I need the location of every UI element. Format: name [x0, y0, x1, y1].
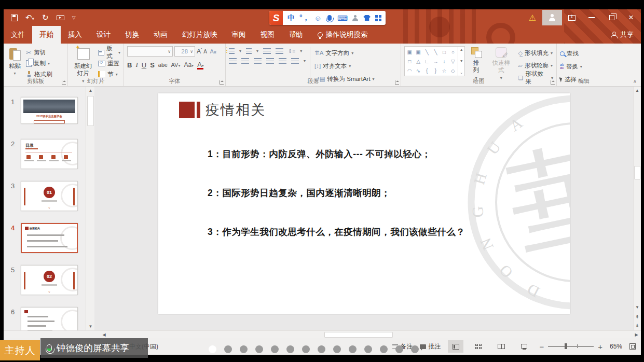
decrease-indent-icon[interactable] [263, 48, 271, 54]
tell-me-search[interactable]: 操作说明搜索 [310, 26, 375, 44]
start-slideshow-icon[interactable] [57, 15, 64, 20]
tab-transitions[interactable]: 切换 [118, 26, 146, 44]
ime-voice-icon[interactable] [327, 15, 332, 21]
slide-point-2[interactable]: 2：国际形势日趋复杂，国内逐渐清晰明朗； [208, 187, 390, 199]
scroll-down-icon[interactable]: ▼ [634, 303, 641, 311]
ime-skin-icon[interactable] [363, 15, 371, 21]
close-button[interactable]: × [621, 9, 641, 26]
thumb-scroll-thumb[interactable] [87, 96, 94, 126]
page-dot[interactable] [333, 345, 341, 353]
page-dot[interactable] [318, 345, 325, 353]
shape-fill-button[interactable]: ◇̲形状填充▾ [518, 48, 553, 58]
ime-chinese-mode[interactable]: 中 [287, 13, 295, 23]
tab-file[interactable]: 文件 [4, 26, 32, 44]
account-avatar[interactable] [542, 10, 562, 25]
bold-button[interactable]: B [127, 61, 132, 69]
thumbnail-slide-5[interactable]: 02 ⌄ [21, 265, 78, 295]
font-dialog-launcher[interactable] [220, 80, 224, 85]
save-icon[interactable] [11, 15, 18, 21]
shadow-button[interactable]: S [150, 61, 155, 69]
clipboard-dialog-launcher[interactable] [62, 80, 66, 85]
zoom-slider-thumb[interactable] [565, 343, 567, 349]
page-dot[interactable] [209, 345, 216, 353]
redo-icon[interactable]: ↻ [42, 13, 49, 22]
customize-qat-icon[interactable]: ▽ [72, 15, 76, 20]
shapes-gallery-scroll[interactable]: ▲▼⌄ [458, 47, 464, 76]
align-text-button[interactable]: [↕]对齐文本▾ [314, 61, 375, 71]
paste-button[interactable]: 粘贴▾ [7, 46, 23, 77]
align-center-icon[interactable] [241, 58, 249, 64]
page-dot[interactable] [302, 345, 310, 353]
strikethrough-button[interactable]: abc [158, 62, 168, 68]
hscroll-thumb[interactable] [324, 332, 393, 338]
cut-button[interactable]: ✂剪切 [26, 47, 52, 58]
restore-button[interactable] [601, 9, 621, 26]
reading-view-button[interactable] [494, 340, 509, 353]
paragraph-dialog-launcher[interactable] [395, 80, 399, 85]
drawing-dialog-launcher[interactable] [551, 80, 555, 85]
thumbnail-slide-2[interactable]: 目录 [21, 139, 78, 169]
shrink-font-button[interactable]: Aˇ [203, 48, 208, 54]
font-color-button[interactable]: A▾ [197, 61, 204, 69]
thumbnail-slide-4-selected[interactable]: 疫情相关 [21, 223, 78, 253]
tab-insert[interactable]: 插入 [61, 26, 89, 44]
minimize-button[interactable] [582, 9, 601, 26]
zoom-percentage[interactable]: 65% [610, 343, 622, 350]
grow-font-button[interactable]: Aˆ [197, 48, 202, 55]
tab-animations[interactable]: 动画 [146, 26, 175, 44]
page-dot[interactable] [364, 345, 372, 353]
slide-sorter-view-button[interactable] [471, 340, 486, 353]
align-right-icon[interactable] [254, 58, 262, 64]
clear-formatting-button[interactable]: A𝄪 [210, 48, 216, 55]
change-case-button[interactable]: Aa▾ [184, 61, 194, 68]
normal-view-button[interactable] [448, 340, 463, 353]
slide-title-block[interactable]: 疫情相关 [179, 101, 266, 119]
scroll-thumb[interactable] [634, 166, 640, 179]
ime-toolbox-icon[interactable] [375, 15, 381, 21]
undo-icon[interactable]: ↶▾ [25, 13, 34, 22]
thumb-scroll-down-icon[interactable]: ▼ [87, 323, 94, 330]
find-button[interactable]: 查找 [560, 48, 582, 59]
ribbon-display-options-button[interactable] [562, 9, 582, 26]
tab-slideshow[interactable]: 幻灯片放映 [175, 26, 225, 44]
scroll-left-icon[interactable]: ◀ [100, 331, 108, 339]
tab-review[interactable]: 审阅 [225, 26, 253, 44]
page-dot[interactable] [255, 345, 263, 353]
numbering-icon[interactable] [246, 48, 252, 54]
replace-button[interactable]: abac替换▾ [560, 61, 582, 72]
page-dot[interactable] [224, 345, 232, 353]
character-spacing-button[interactable]: AV▾ [171, 62, 181, 68]
thumbnail-slide-6[interactable] [21, 307, 78, 330]
shape-outline-button[interactable]: ▱形状轮廓▾ [518, 60, 553, 71]
layout-button[interactable]: 版式▾ [98, 47, 120, 58]
columns-icon[interactable] [291, 58, 299, 64]
ime-punctuation[interactable]: °， [299, 13, 310, 23]
ime-ocr-icon[interactable] [352, 15, 359, 21]
align-left-icon[interactable] [229, 58, 237, 64]
ime-emoji-icon[interactable]: ☺ [314, 14, 322, 22]
copy-button[interactable]: 复制▾ [26, 58, 52, 68]
tab-view[interactable]: 视图 [253, 26, 282, 44]
tab-design[interactable]: 设计 [89, 26, 118, 44]
page-dot[interactable] [349, 345, 357, 353]
page-dot[interactable] [380, 345, 388, 353]
thumbnail-slide-1[interactable]: 2017级学业主题班会 [21, 97, 78, 124]
horizontal-scrollbar[interactable]: ◀ ▶ [4, 330, 641, 338]
thumb-scroll-up-icon[interactable]: ▲ [87, 87, 94, 94]
distribute-icon[interactable] [279, 58, 286, 64]
previous-slide-icon[interactable]: ⇞ [634, 313, 641, 321]
zoom-in-button[interactable]: + [598, 342, 602, 351]
tab-home[interactable]: 开始 [32, 26, 61, 44]
page-dot[interactable] [395, 345, 403, 353]
slideshow-view-button[interactable] [516, 340, 532, 353]
zoom-slider[interactable] [548, 346, 594, 347]
page-dot[interactable] [411, 345, 419, 353]
current-slide-canvas[interactable]: D O N G H U A · 1 9 華 東 華 疫情相关 1：目前形势：内防… [158, 93, 570, 314]
vertical-scrollbar[interactable]: ▲ ▼ ⇞ ⇟ [633, 87, 641, 330]
comments-button[interactable]: 批注 [420, 342, 441, 351]
fit-to-window-icon[interactable] [629, 343, 636, 350]
increase-indent-icon[interactable] [276, 48, 283, 54]
thumbnail-slide-3[interactable]: 01 ⌄ [21, 181, 78, 211]
underline-button[interactable]: U [142, 61, 146, 69]
line-spacing-icon[interactable]: ⇕≡ [288, 48, 295, 54]
